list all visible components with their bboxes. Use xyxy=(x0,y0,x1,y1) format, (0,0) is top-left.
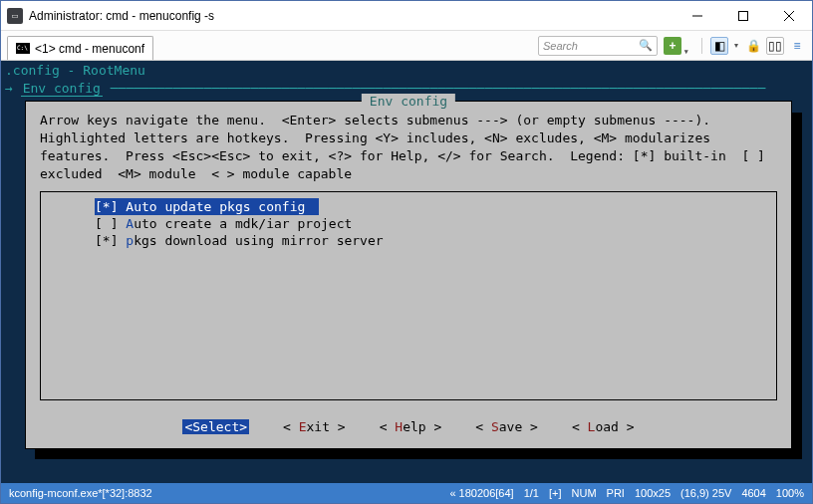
close-button[interactable] xyxy=(766,1,812,30)
window-controls xyxy=(675,1,812,30)
panel-title: Env config xyxy=(362,94,455,109)
search-placeholder: Search xyxy=(543,40,578,52)
menu-button[interactable]: < Exit > xyxy=(283,419,346,434)
options-box: [*] Auto update pkgs config[ ] Auto crea… xyxy=(40,191,777,400)
menu-button[interactable]: <Select> xyxy=(182,419,249,434)
breadcrumb-line1: .config - RootMenu xyxy=(1,61,812,79)
minimize-button[interactable] xyxy=(675,1,720,30)
status-insert: [+] xyxy=(549,487,562,499)
app-icon: ▭ xyxy=(7,8,23,24)
status-size: 100x25 xyxy=(635,487,671,499)
dropdown-icon[interactable]: ▾ xyxy=(732,37,740,55)
menu-option[interactable]: [*] Auto update pkgs config xyxy=(95,198,319,215)
window-titlebar: ▭ Administrator: cmd - menuconfig -s xyxy=(1,1,812,31)
panel-help-text: Arrow keys navigate the menu. <Enter> se… xyxy=(26,102,791,189)
window-title: Administrator: cmd - menuconfig -s xyxy=(29,9,675,23)
status-position: 1/1 xyxy=(524,487,539,499)
pane-icon[interactable]: ◧ xyxy=(710,37,728,55)
tab-cmd[interactable]: <1> cmd - menuconf xyxy=(7,36,153,60)
tab-bar: <1> cmd - menuconf Search 🔍 + ◧ ▾ 🔒 ▯▯ ≡ xyxy=(1,31,812,61)
button-row: <Select>< Exit >< Help >< Save >< Load > xyxy=(26,419,791,434)
menu-option[interactable]: [*] pkgs download using mirror server xyxy=(41,232,776,249)
menu-icon[interactable]: ≡ xyxy=(788,37,806,55)
menu-option[interactable]: [ ] Auto create a mdk/iar project xyxy=(41,215,776,232)
status-cursor: (16,9) 25V xyxy=(680,487,731,499)
search-input[interactable]: Search 🔍 xyxy=(538,36,658,56)
search-icon: 🔍 xyxy=(639,39,653,52)
maximize-button[interactable] xyxy=(720,1,766,30)
menu-button[interactable]: < Save > xyxy=(475,419,538,434)
menu-button[interactable]: < Help > xyxy=(380,419,442,434)
menu-button[interactable]: < Load > xyxy=(572,419,635,434)
svg-rect-1 xyxy=(739,11,748,20)
lock-icon[interactable]: 🔒 xyxy=(744,37,762,55)
status-encoding: « 180206[64] xyxy=(449,487,513,499)
status-num: NUM xyxy=(572,487,597,499)
toolbar-separator xyxy=(701,38,702,54)
config-panel: Env config Arrow keys navigate the menu.… xyxy=(25,101,792,449)
status-bar: kconfig-mconf.exe*[*32]:8832 « 180206[64… xyxy=(1,483,812,503)
new-tab-button[interactable]: + xyxy=(664,37,681,55)
status-mem: 4604 xyxy=(741,487,765,499)
status-pct: 100% xyxy=(776,487,804,499)
toolbar: + ◧ ▾ 🔒 ▯▯ ≡ xyxy=(664,37,806,55)
tab-label: <1> cmd - menuconf xyxy=(35,42,144,56)
cmd-icon xyxy=(16,43,30,54)
status-process: kconfig-mconf.exe*[*32]:8832 xyxy=(9,487,152,499)
status-pri: PRI xyxy=(607,487,625,499)
terminal-area: .config - RootMenu → Env config ────────… xyxy=(1,61,812,483)
columns-icon[interactable]: ▯▯ xyxy=(766,37,784,55)
